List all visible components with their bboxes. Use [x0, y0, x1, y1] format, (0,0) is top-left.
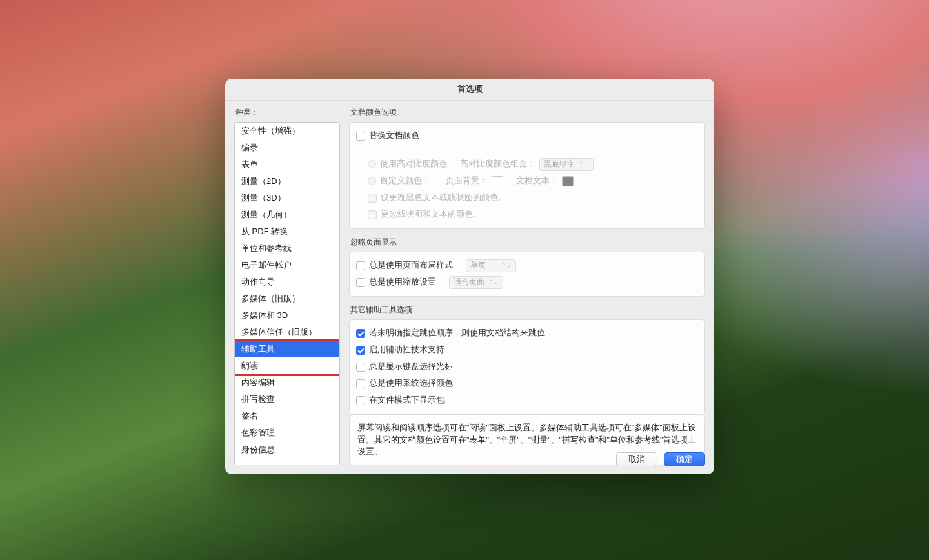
label-system-color: 总是使用系统选择颜色: [369, 378, 453, 389]
category-item[interactable]: 身份信息: [235, 441, 339, 458]
chevron-updown-icon: ⌃⌄: [501, 263, 512, 268]
category-item[interactable]: 色彩管理: [235, 425, 339, 441]
sidebar-heading: 种类：: [235, 107, 340, 118]
chevron-updown-icon: ⌃⌄: [579, 161, 589, 167]
section-title-other: 其它辅助工具选项: [350, 305, 705, 315]
window-body: 种类： 安全性（增强）编录表单测量（2D）测量（3D）测量（几何）从 PDF 转…: [225, 101, 714, 474]
label-always-zoom: 总是使用缩放设置: [369, 277, 436, 288]
ok-button[interactable]: 确定: [664, 452, 705, 466]
select-zoom: 适合页面 ⌃⌄: [449, 276, 503, 289]
select-layout-value: 单页: [470, 260, 486, 271]
panel-colors: 替换文档颜色 使用高对比度颜色 高对比度颜色组合： 黑底绿字 ⌃⌄: [349, 122, 705, 229]
label-high-contrast: 使用高对比度颜色: [380, 159, 447, 170]
category-listbox[interactable]: 安全性（增强）编录表单测量（2D）测量（3D）测量（几何）从 PDF 转换单位和…: [234, 122, 340, 465]
radio-high-contrast: [368, 160, 376, 168]
category-item[interactable]: 辅助工具: [235, 341, 339, 357]
desktop-background: 首选项 种类： 安全性（增强）编录表单测量（2D）测量（3D）测量（几何）从 P…: [0, 0, 929, 560]
panel-override: 总是使用页面布局样式 单页 ⌃⌄ 总是使用缩放设置 适合页面 ⌃: [349, 252, 705, 297]
category-item[interactable]: 单位和参考线: [235, 240, 339, 257]
panel-other: 若未明确指定跳位顺序，则使用文档结构来跳位 启用辅助性技术支持 总是显示键盘选择…: [349, 319, 705, 415]
label-change-shapes: 更改线状图和文本的颜色。: [381, 209, 481, 220]
category-item[interactable]: 表单: [235, 156, 339, 173]
checkbox-assistive[interactable]: [356, 346, 365, 355]
category-item[interactable]: 安全性（增强）: [235, 123, 339, 139]
window-title: 首选项: [225, 79, 714, 101]
label-assistive: 启用辅助性技术支持: [369, 345, 445, 355]
label-high-contrast-combo: 高对比度颜色组合：: [460, 159, 535, 170]
sidebar: 种类： 安全性（增强）编录表单测量（2D）测量（3D）测量（几何）从 PDF 转…: [234, 107, 340, 465]
checkbox-caret[interactable]: [356, 363, 365, 372]
category-item[interactable]: 拼写检查: [235, 391, 339, 408]
select-high-contrast-value: 黑底绿字: [544, 159, 575, 170]
category-item[interactable]: 测量（2D）: [235, 173, 339, 190]
checkbox-replace-colors[interactable]: [356, 132, 365, 141]
settings-pane: 文档颜色选项 替换文档颜色 使用高对比度颜色 高对比度颜色组合： 黑底绿字: [349, 107, 705, 465]
label-tab-order: 若未明确指定跳位顺序，则使用文档结构来跳位: [369, 328, 545, 339]
label-always-layout: 总是使用页面布局样式: [369, 260, 453, 271]
checkbox-tab-order[interactable]: [356, 329, 365, 338]
label-custom-color: 自定义颜色：: [380, 175, 430, 186]
label-replace-colors: 替换文档颜色: [369, 130, 419, 141]
category-item[interactable]: 内容编辑: [235, 374, 339, 391]
category-item[interactable]: 测量（几何）: [235, 206, 339, 223]
checkbox-always-zoom[interactable]: [356, 278, 365, 287]
select-layout: 单页 ⌃⌄: [466, 259, 516, 272]
category-item[interactable]: 测量（3D）: [235, 190, 339, 206]
category-item[interactable]: 电子邮件帐户: [235, 257, 339, 274]
label-doc-text: 文档文本：: [516, 175, 558, 186]
checkbox-show-package[interactable]: [356, 396, 365, 405]
radio-custom-color: [368, 177, 376, 185]
label-show-package: 在文件模式下显示包: [369, 395, 445, 406]
category-item[interactable]: 多媒体（旧版）: [235, 290, 339, 307]
dialog-footer: 取消 确定: [616, 452, 705, 466]
category-item[interactable]: 多媒体和 3D: [235, 307, 339, 324]
category-item[interactable]: 朗读: [235, 357, 339, 374]
checkbox-change-shapes: [368, 210, 377, 219]
label-page-bg: 页面背景：: [446, 175, 488, 186]
preferences-window: 首选项 种类： 安全性（增强）编录表单测量（2D）测量（3D）测量（几何）从 P…: [225, 79, 714, 474]
chevron-updown-icon: ⌃⌄: [488, 279, 499, 285]
checkbox-only-black: [368, 194, 377, 203]
cancel-button[interactable]: 取消: [616, 452, 657, 466]
label-caret: 总是显示键盘选择光标: [369, 361, 453, 372]
category-item[interactable]: 签名: [235, 408, 339, 425]
checkbox-always-layout[interactable]: [356, 261, 365, 270]
select-high-contrast-combo: 黑底绿字 ⌃⌄: [539, 158, 594, 171]
swatch-page-bg: [492, 176, 503, 186]
swatch-doc-text: [562, 176, 574, 186]
category-item[interactable]: 从 PDF 转换: [235, 223, 339, 240]
category-item[interactable]: 编录: [235, 139, 339, 156]
section-title-override: 忽略页面显示: [350, 237, 705, 248]
label-only-black: 仅更改黑色文本或线状图的颜色。: [381, 192, 506, 203]
category-item[interactable]: 多媒体信任（旧版）: [235, 324, 339, 341]
category-item[interactable]: 动作向导: [235, 274, 339, 290]
section-title-colors: 文档颜色选项: [350, 107, 705, 118]
checkbox-system-color[interactable]: [356, 379, 365, 388]
select-zoom-value: 适合页面: [454, 277, 484, 288]
